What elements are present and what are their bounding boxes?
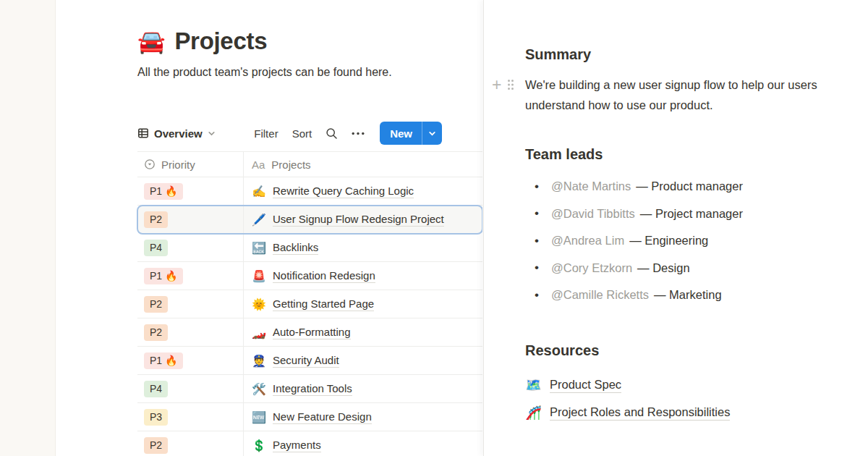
- team-leads-list: @Nate Martins — Product manager @David T…: [525, 173, 743, 309]
- projects-database-panel: 🚘 Projects All the product team's projec…: [56, 0, 482, 456]
- team-member-item: @Nate Martins — Product manager: [525, 173, 743, 200]
- table-row[interactable]: P2 🖊️ User Signup Flow Redesign Project: [137, 206, 482, 234]
- add-block-icon[interactable]: +: [492, 77, 501, 92]
- priority-badge[interactable]: P4: [144, 240, 168, 256]
- priority-cell[interactable]: P1 🔥: [137, 347, 244, 374]
- toolbar-actions: Filter Sort: [254, 122, 442, 145]
- member-role: — Engineering: [629, 234, 708, 248]
- team-member-item: @David Tibbitts — Project manager: [525, 200, 743, 228]
- user-mention[interactable]: @David Tibbitts: [551, 207, 635, 221]
- project-cell[interactable]: 💲 Payments: [244, 431, 482, 456]
- priority-badge[interactable]: P2: [144, 437, 168, 454]
- select-property-icon: [144, 159, 156, 170]
- project-title-link[interactable]: Notification Redesign: [273, 269, 375, 283]
- drag-handle-icon[interactable]: [506, 78, 515, 91]
- priority-badge[interactable]: P3: [144, 409, 168, 426]
- project-cell[interactable]: 🆕 New Feature Design: [244, 403, 482, 431]
- table-header-row: Priority Aa Projects: [137, 151, 482, 177]
- user-mention[interactable]: @Andrea Lim: [551, 234, 624, 248]
- more-button[interactable]: [352, 132, 365, 135]
- project-title-link[interactable]: Auto-Formatting: [273, 326, 351, 339]
- page-title: Projects: [174, 28, 267, 55]
- summary-heading: Summary: [525, 46, 591, 63]
- project-emoji-icon: 🌞: [252, 297, 266, 311]
- priority-badge[interactable]: P1 🔥: [144, 183, 183, 200]
- project-cell[interactable]: ✍️ Rewrite Query Caching Logic: [244, 177, 482, 205]
- table-row[interactable]: P3 🆕 New Feature Design: [137, 403, 482, 431]
- resource-link[interactable]: 🎢 Project Roles and Responsibilities: [525, 399, 730, 426]
- search-button[interactable]: [326, 127, 338, 140]
- project-emoji-icon: 🏎️: [252, 326, 266, 339]
- table-row[interactable]: P1 🔥 ✍️ Rewrite Query Caching Logic: [137, 177, 482, 206]
- block-controls: +: [492, 77, 515, 92]
- priority-cell[interactable]: P2: [137, 431, 244, 456]
- table-row[interactable]: P1 🔥 🚨 Notification Redesign: [137, 262, 482, 290]
- view-switcher-label: Overview: [154, 127, 203, 140]
- project-cell[interactable]: 🚨 Notification Redesign: [244, 262, 482, 290]
- priority-badge[interactable]: P2: [144, 324, 168, 341]
- priority-cell[interactable]: P4: [137, 375, 244, 402]
- priority-badge[interactable]: P2: [144, 211, 168, 228]
- priority-cell[interactable]: P2: [137, 318, 244, 346]
- view-switcher[interactable]: Overview: [137, 127, 216, 140]
- resource-emoji-icon: 🗺️: [525, 377, 542, 393]
- resource-link-label[interactable]: Product Spec: [550, 378, 621, 393]
- project-title-link[interactable]: Security Audit: [273, 354, 339, 368]
- project-title-link[interactable]: User Signup Flow Redesign Project: [273, 213, 444, 227]
- project-cell[interactable]: 🔙 Backlinks: [244, 234, 482, 261]
- priority-badge[interactable]: P4: [144, 381, 168, 397]
- table-row[interactable]: P2 🏎️ Auto-Formatting: [137, 318, 482, 347]
- project-cell[interactable]: 🖊️ User Signup Flow Redesign Project: [244, 206, 482, 233]
- project-emoji-icon: 💲: [252, 439, 266, 452]
- priority-badge[interactable]: P2: [144, 296, 168, 313]
- title-property-icon: Aa: [252, 159, 265, 171]
- sort-button[interactable]: Sort: [292, 127, 312, 140]
- column-label: Priority: [161, 159, 195, 171]
- project-title-link[interactable]: Backlinks: [273, 241, 318, 255]
- table-row[interactable]: P1 🔥 👮 Security Audit: [137, 347, 482, 375]
- search-icon: [326, 127, 338, 140]
- priority-cell[interactable]: P2: [137, 290, 244, 318]
- priority-cell[interactable]: P3: [137, 403, 244, 431]
- resource-link[interactable]: 🗺️ Product Spec: [525, 371, 730, 399]
- team-member-item: @Cory Etzkorn — Design: [525, 255, 743, 282]
- table-row[interactable]: P4 🛠️ Integration Tools: [137, 375, 482, 403]
- project-cell[interactable]: 👮 Security Audit: [244, 347, 482, 374]
- project-emoji-icon: 👮: [252, 354, 266, 368]
- project-cell[interactable]: 🌞 Getting Started Page: [244, 290, 482, 318]
- project-emoji-icon: 🛠️: [252, 382, 266, 396]
- team-member-item: @Camille Ricketts — Marketing: [525, 282, 743, 309]
- project-title-link[interactable]: New Feature Design: [273, 410, 372, 424]
- user-mention[interactable]: @Nate Martins: [551, 180, 631, 193]
- priority-badge[interactable]: P1 🔥: [144, 352, 183, 369]
- user-mention[interactable]: @Cory Etzkorn: [551, 261, 632, 275]
- project-emoji-icon: 🔙: [252, 241, 266, 255]
- resources-list: 🗺️ Product Spec 🎢 Project Roles and Resp…: [525, 371, 730, 426]
- priority-cell[interactable]: P2: [137, 206, 244, 233]
- priority-cell[interactable]: P4: [137, 234, 244, 261]
- priority-cell[interactable]: P1 🔥: [137, 177, 244, 205]
- table-row[interactable]: P4 🔙 Backlinks: [137, 234, 482, 262]
- page-title-row: 🚘 Projects: [137, 28, 392, 55]
- resource-link-label[interactable]: Project Roles and Responsibilities: [550, 405, 730, 421]
- project-title-link[interactable]: Payments: [273, 439, 321, 452]
- table-row[interactable]: P2 💲 Payments: [137, 431, 482, 456]
- project-emoji-icon: ✍️: [252, 185, 266, 198]
- priority-badge[interactable]: P1 🔥: [144, 268, 183, 284]
- priority-cell[interactable]: P1 🔥: [137, 262, 244, 290]
- project-title-link[interactable]: Getting Started Page: [273, 297, 374, 311]
- member-role: — Project manager: [640, 207, 743, 221]
- project-title-link[interactable]: Rewrite Query Caching Logic: [273, 185, 414, 198]
- table-row[interactable]: P2 🌞 Getting Started Page: [137, 290, 482, 318]
- project-cell[interactable]: 🛠️ Integration Tools: [244, 375, 482, 402]
- project-title-link[interactable]: Integration Tools: [273, 382, 352, 396]
- new-button[interactable]: New: [380, 122, 422, 145]
- new-dropdown-button[interactable]: [422, 122, 442, 145]
- filter-button[interactable]: Filter: [254, 127, 278, 140]
- project-emoji-icon: 🚨: [252, 269, 266, 283]
- project-cell[interactable]: 🏎️ Auto-Formatting: [244, 318, 482, 346]
- user-mention[interactable]: @Camille Ricketts: [551, 288, 649, 302]
- table-header-projects[interactable]: Aa Projects: [244, 152, 482, 177]
- summary-paragraph[interactable]: We're building a new user signup flow to…: [525, 75, 867, 115]
- table-header-priority[interactable]: Priority: [137, 152, 244, 177]
